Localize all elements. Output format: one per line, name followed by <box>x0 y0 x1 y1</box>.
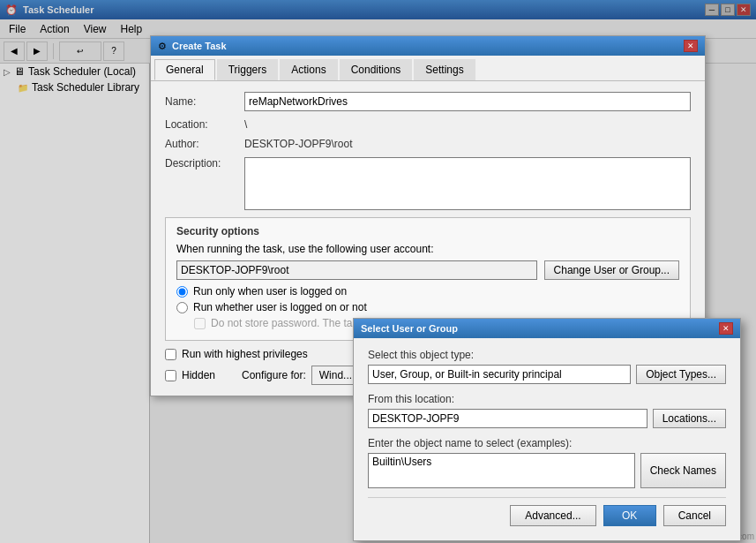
location-from-row: Locations... <box>368 409 726 428</box>
name-row: Name: <box>165 92 691 111</box>
location-row: Location: \ <box>165 118 691 131</box>
description-row: Description: <box>165 157 691 210</box>
locations-button[interactable]: Locations... <box>653 409 726 428</box>
object-name-textarea[interactable]: Builtin\Users <box>368 453 635 488</box>
radio-logged-on-input[interactable] <box>176 286 188 298</box>
radio-whether-input[interactable] <box>176 302 188 313</box>
hidden-input[interactable] <box>165 370 176 381</box>
user-account-row: DESKTOP-JOPF9\root Change User or Group.… <box>176 260 679 280</box>
create-task-icon: ⚙ <box>158 41 167 52</box>
author-row: Author: DESKTOP-JOPF9\root <box>165 138 691 150</box>
select-user-dialog: Select User or Group ✕ Select this objec… <box>353 318 741 541</box>
object-name-row: Builtin\Users Check Names <box>368 453 726 488</box>
no-password-input[interactable] <box>194 318 206 329</box>
tab-general[interactable]: General <box>154 59 215 80</box>
name-label: Name: <box>165 95 244 108</box>
radio-logged-on: Run only when user is logged on <box>176 285 679 298</box>
location-label: Location: <box>165 118 244 131</box>
create-task-title: Create Task <box>172 41 684 51</box>
object-name-label: Enter the object name to select (example… <box>368 437 726 449</box>
description-input[interactable] <box>244 157 691 210</box>
tab-settings[interactable]: Settings <box>414 59 475 80</box>
tab-actions[interactable]: Actions <box>280 59 337 80</box>
object-type-label: Select this object type: <box>368 349 726 361</box>
description-label: Description: <box>165 157 244 170</box>
select-user-close[interactable]: ✕ <box>719 322 733 335</box>
create-task-close[interactable]: ✕ <box>684 40 698 52</box>
user-account-label: When running the task, use the following… <box>176 243 679 255</box>
ok-button[interactable]: OK <box>603 505 656 526</box>
security-title: Security options <box>176 225 679 238</box>
object-type-row: Object Types... <box>368 365 726 384</box>
object-name-static: Enter the object name to select (example… <box>368 437 572 449</box>
create-task-titlebar: ⚙ Create Task ✕ <box>151 36 705 56</box>
location-value: \ <box>244 118 247 131</box>
change-user-button[interactable]: Change User or Group... <box>544 260 679 280</box>
name-input[interactable] <box>244 92 691 111</box>
tab-triggers[interactable]: Triggers <box>217 59 279 80</box>
advanced-button[interactable]: Advanced... <box>510 505 595 526</box>
select-user-titlebar: Select User or Group ✕ <box>354 319 740 338</box>
check-names-button[interactable]: Check Names <box>640 453 726 488</box>
select-user-content: Select this object type: Object Types...… <box>354 338 740 540</box>
user-account-value: DESKTOP-JOPF9\root <box>176 260 537 280</box>
cancel-button[interactable]: Cancel <box>663 505 726 526</box>
object-types-button[interactable]: Object Types... <box>636 365 726 384</box>
radio-whether-label: Run whether user is logged on or not <box>193 301 367 313</box>
hidden-label: Hidden <box>182 369 215 381</box>
author-label: Author: <box>165 138 244 150</box>
tabs-bar: General Triggers Actions Conditions Sett… <box>151 56 705 81</box>
location-from-label: From this location: <box>368 393 726 405</box>
highest-privileges-label: Run with highest privileges <box>182 348 308 360</box>
select-user-footer: Advanced... OK Cancel <box>368 497 726 530</box>
configure-label: Configure for: <box>242 369 306 381</box>
highest-privileges-input[interactable] <box>165 349 176 360</box>
location-input[interactable] <box>368 409 647 428</box>
select-user-title: Select User or Group <box>361 323 719 334</box>
object-type-input[interactable] <box>368 365 631 384</box>
radio-logged-on-label: Run only when user is logged on <box>193 285 347 298</box>
tab-conditions[interactable]: Conditions <box>340 59 413 80</box>
author-value: DESKTOP-JOPF9\root <box>244 138 352 150</box>
radio-whether: Run whether user is logged on or not <box>176 301 679 313</box>
no-password-label: Do not store password. The task... <box>211 317 372 329</box>
